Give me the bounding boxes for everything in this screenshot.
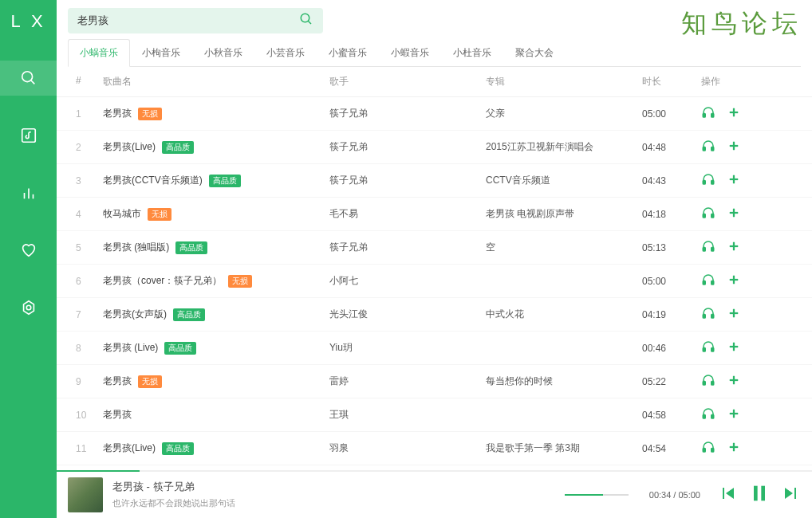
pause-button[interactable]: [748, 482, 771, 508]
prev-button[interactable]: [718, 484, 737, 506]
col-header-name: 歌曲名: [103, 75, 329, 88]
svg-rect-43: [711, 382, 714, 386]
song-name: 老男孩（cover：筷子兄弟）无损: [103, 274, 329, 288]
nav-favorites[interactable]: [0, 233, 57, 268]
source-tab[interactable]: 小蜗音乐: [68, 39, 130, 67]
add-button[interactable]: [727, 373, 741, 390]
song-duration: 04:43: [642, 175, 701, 186]
source-tabs: 小蜗音乐小枸音乐小秋音乐小芸音乐小蜜音乐小蝦音乐小杜音乐聚合大会: [68, 38, 801, 67]
next-button[interactable]: [782, 484, 801, 506]
quality-badge-hq: 高品质: [175, 241, 207, 254]
song-index: 8: [76, 343, 103, 354]
add-button[interactable]: [727, 339, 741, 356]
song-duration: 05:22: [642, 376, 701, 387]
song-row[interactable]: 11老男孩(Live)高品质羽泉我是歌手第一季 第3期04:54: [57, 432, 812, 465]
time-display: 00:34 / 05:00: [649, 490, 700, 500]
svg-rect-51: [711, 449, 714, 453]
source-tab[interactable]: 小枸音乐: [130, 39, 192, 67]
song-album: 老男孩 电视剧原声带: [486, 207, 642, 221]
play-button[interactable]: [701, 139, 715, 155]
play-button[interactable]: [701, 172, 715, 189]
svg-rect-39: [711, 348, 714, 352]
quality-badge-lossless: 无损: [228, 275, 252, 288]
song-artist: 王琪: [329, 408, 486, 422]
play-button[interactable]: [701, 206, 715, 222]
svg-rect-14: [703, 147, 705, 151]
song-artist: 毛不易: [329, 207, 486, 221]
col-header-index: #: [76, 75, 103, 88]
song-name: 老男孩(女声版)高品质: [103, 308, 329, 321]
song-row[interactable]: 4牧马城市无损毛不易老男孩 电视剧原声带04:18: [57, 198, 812, 231]
source-tab[interactable]: 小杜音乐: [441, 39, 503, 67]
song-index: 4: [76, 209, 103, 220]
col-header-duration: 时长: [642, 75, 701, 88]
song-row[interactable]: 8老男孩 (Live)高品质Yiu玥00:46: [57, 332, 812, 365]
play-button[interactable]: [701, 105, 715, 122]
svg-rect-22: [703, 214, 705, 218]
play-button[interactable]: [701, 406, 715, 423]
song-artist: 筷子兄弟: [329, 174, 486, 187]
song-row[interactable]: 9老男孩无损雷婷每当想你的时候05:22: [57, 365, 812, 398]
play-button[interactable]: [701, 273, 715, 289]
album-art[interactable]: [68, 477, 103, 512]
song-index: 9: [76, 376, 103, 387]
song-row[interactable]: 3老男孩(CCTV音乐频道)高品质筷子兄弟CCTV音乐频道04:43: [57, 164, 812, 198]
quality-badge-lossless: 无损: [148, 208, 171, 221]
song-row[interactable]: 10老男孩王琪04:58: [57, 398, 812, 432]
source-tab[interactable]: 小蜜音乐: [317, 39, 379, 67]
add-button[interactable]: [727, 172, 741, 189]
volume-bar[interactable]: [565, 494, 629, 496]
watermark-text: 知鸟论坛: [681, 6, 802, 41]
song-index: 5: [76, 242, 103, 253]
song-name: 老男孩(Live)高品质: [103, 140, 329, 154]
source-tab[interactable]: 聚合大会: [503, 39, 566, 67]
play-button[interactable]: [701, 239, 715, 256]
source-tab[interactable]: 小秋音乐: [192, 39, 254, 67]
sidebar: L X: [0, 0, 57, 518]
add-button[interactable]: [727, 306, 741, 323]
song-name: 老男孩无损: [103, 107, 329, 120]
song-row[interactable]: 5老男孩 (独唱版)高品质筷子兄弟空05:13: [57, 231, 812, 265]
svg-rect-47: [711, 415, 714, 419]
add-button[interactable]: [727, 105, 741, 122]
song-artist: 筷子兄弟: [329, 140, 486, 154]
songlist-icon: [20, 127, 37, 144]
svg-point-7: [26, 305, 31, 310]
svg-rect-34: [703, 315, 705, 319]
progress-bar[interactable]: [57, 470, 812, 472]
svg-rect-59: [761, 485, 765, 500]
chart-icon: [20, 184, 37, 202]
search-input[interactable]: [77, 15, 299, 27]
nav-settings[interactable]: [0, 290, 57, 325]
add-button[interactable]: [727, 239, 741, 256]
add-button[interactable]: [727, 440, 741, 457]
nav-songlist[interactable]: [0, 118, 57, 153]
col-header-artist: 歌手: [329, 75, 486, 88]
search-icon: [299, 12, 313, 26]
add-button[interactable]: [727, 406, 741, 423]
song-row[interactable]: 1老男孩无损筷子兄弟父亲05:00: [57, 97, 812, 131]
nav-search[interactable]: [0, 61, 57, 96]
track-lyric: 也许永远都不会跟她说出那句话: [112, 497, 555, 509]
source-tab[interactable]: 小芸音乐: [254, 39, 317, 67]
track-info: 老男孩 - 筷子兄弟 也许永远都不会跟她说出那句话: [112, 480, 555, 509]
song-row[interactable]: 7老男孩(女声版)高品质光头江俊中式火花04:19: [57, 298, 812, 332]
add-button[interactable]: [727, 206, 741, 222]
search-button[interactable]: [299, 12, 313, 29]
play-button[interactable]: [701, 440, 715, 457]
settings-icon: [20, 299, 37, 316]
song-duration: 04:58: [642, 410, 701, 421]
song-row[interactable]: 6老男孩（cover：筷子兄弟）无损小阿七05:00: [57, 265, 812, 298]
song-artist: Yiu玥: [329, 341, 486, 355]
source-tab[interactable]: 小蝦音乐: [379, 39, 441, 67]
svg-rect-19: [711, 181, 714, 185]
play-button[interactable]: [701, 306, 715, 323]
song-name: 老男孩 (独唱版)高品质: [103, 241, 329, 254]
play-button[interactable]: [701, 373, 715, 390]
nav-leaderboard[interactable]: [0, 175, 57, 210]
add-button[interactable]: [727, 139, 741, 155]
play-button[interactable]: [701, 339, 715, 356]
svg-line-1: [30, 80, 34, 84]
add-button[interactable]: [727, 273, 741, 289]
song-row[interactable]: 2老男孩(Live)高品质筷子兄弟2015江苏卫视新年演唱会04:48: [57, 131, 812, 164]
